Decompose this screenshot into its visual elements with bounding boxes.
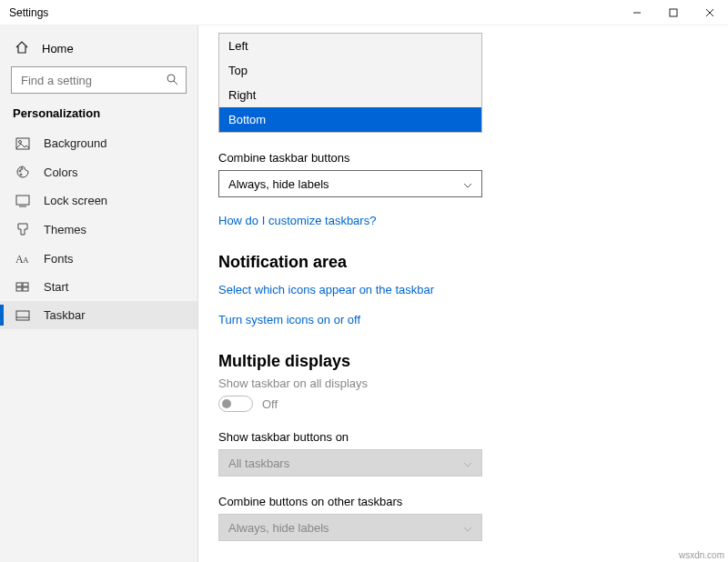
show-all-label: Show taskbar on all displays [218,376,701,390]
sidebar-item-label: Themes [44,223,86,236]
category-heading: Personalization [0,106,197,129]
dropdown-option-bottom[interactable]: Bottom [219,107,481,132]
sidebar-item-start[interactable]: Start [0,273,197,301]
sidebar-item-label: Lock screen [44,194,107,207]
home-nav[interactable]: Home [0,35,197,66]
start-icon [15,282,31,293]
taskbar-icon [15,310,31,321]
sidebar-item-label: Start [44,280,68,294]
svg-line-5 [174,81,177,85]
combine-other-label: Combine buttons on other taskbars [218,495,701,508]
show-all-toggle[interactable] [218,396,253,412]
palette-icon [15,165,31,179]
sidebar-item-fonts[interactable]: AA Fonts [0,244,197,273]
dropdown-option-left[interactable]: Left [219,34,481,58]
search-icon [166,73,178,88]
svg-text:A: A [23,256,29,265]
svg-rect-17 [16,287,22,291]
maximize-button[interactable] [655,0,692,25]
chevron-down-icon [463,177,472,191]
system-icons-link[interactable]: Turn system icons on or off [218,313,701,326]
combine-value: Always, hide labels [228,177,329,191]
svg-rect-19 [16,311,29,320]
fonts-icon: AA [15,251,31,266]
themes-icon [15,222,31,236]
chevron-down-icon [463,521,472,535]
combine-select[interactable]: Always, hide labels [218,170,482,197]
notification-heading: Notification area [218,253,701,272]
sidebar-item-label: Background [44,136,106,150]
svg-rect-6 [16,138,29,149]
sidebar-item-taskbar[interactable]: Taskbar [0,301,197,329]
svg-point-8 [19,170,21,172]
show-all-toggle-row: Off [218,396,701,412]
select-icons-link[interactable]: Select which icons appear on the taskbar [218,283,701,296]
svg-point-7 [19,140,22,143]
multiple-displays-heading: Multiple displays [218,352,701,371]
sidebar-item-label: Fonts [44,252,74,266]
lockscreen-icon [15,195,31,207]
svg-rect-16 [23,283,28,286]
picture-icon [15,137,31,150]
combine-other-value: Always, hide labels [228,521,329,535]
sidebar: Home Personalization Background Colors [0,25,198,562]
show-all-state: Off [262,397,278,411]
home-label: Home [42,42,74,55]
buttons-on-select: All taskbars [218,449,482,477]
home-icon [15,40,29,57]
window-title: Settings [9,6,48,19]
buttons-on-value: All taskbars [228,457,289,470]
svg-rect-15 [16,283,22,286]
sidebar-item-label: Taskbar [44,308,86,322]
svg-point-10 [20,174,22,176]
dropdown-option-right[interactable]: Right [219,83,481,107]
window-controls [619,0,728,25]
svg-point-4 [167,75,175,82]
svg-rect-18 [23,287,28,291]
watermark: wsxdn.com [679,550,724,560]
close-button[interactable] [692,0,728,25]
combine-other-select: Always, hide labels [218,514,482,541]
dropdown-option-top[interactable]: Top [219,58,481,83]
customize-link[interactable]: How do I customize taskbars? [218,214,701,227]
buttons-on-label: Show taskbar buttons on [218,430,701,444]
chevron-down-icon [463,457,472,470]
combine-label: Combine taskbar buttons [218,151,701,165]
svg-point-9 [21,168,23,170]
main-content: Left Top Right Bottom Combine taskbar bu… [198,25,728,562]
sidebar-item-label: Colors [44,166,78,179]
sidebar-item-themes[interactable]: Themes [0,215,197,244]
sidebar-item-background[interactable]: Background [0,129,197,157]
taskbar-location-dropdown[interactable]: Left Top Right Bottom [218,33,482,133]
titlebar: Settings [0,0,728,25]
search-input[interactable] [19,73,147,88]
minimize-button[interactable] [619,0,655,25]
sidebar-item-colors[interactable]: Colors [0,157,197,186]
search-box[interactable] [11,66,187,94]
svg-rect-1 [670,9,677,16]
sidebar-item-lock-screen[interactable]: Lock screen [0,186,197,215]
svg-rect-11 [16,196,29,205]
